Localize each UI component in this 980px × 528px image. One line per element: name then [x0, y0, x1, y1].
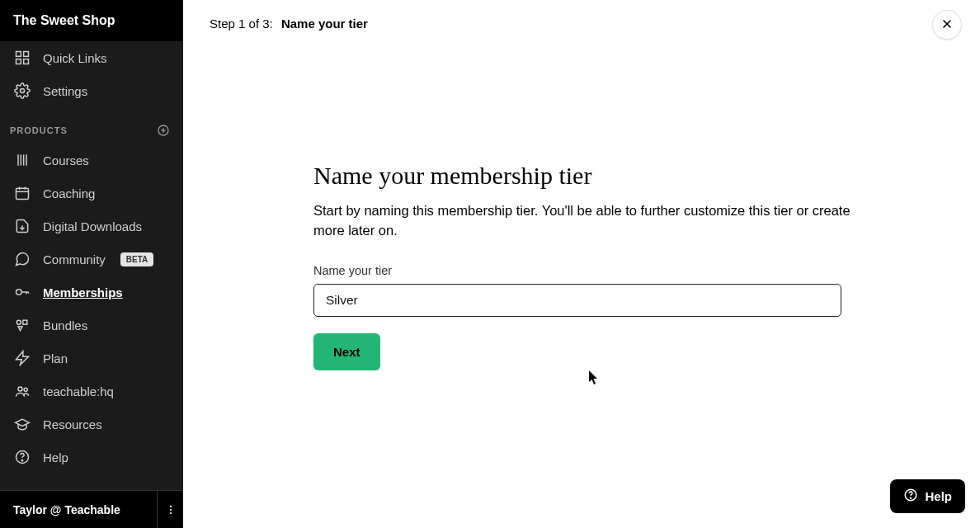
- download-file-icon: [13, 217, 31, 235]
- lines-icon: [13, 151, 31, 169]
- svg-point-4: [21, 89, 25, 93]
- step-indicator: Step 1 of 3: Name your tier: [210, 16, 368, 31]
- svg-rect-22: [23, 320, 27, 324]
- field-label: Name your tier: [313, 264, 860, 277]
- graduation-icon: [13, 415, 31, 433]
- sidebar-item-label: Settings: [43, 84, 87, 98]
- beta-badge: BETA: [120, 252, 153, 266]
- sidebar-products-list: Courses Coaching Digital Downloads: [0, 144, 183, 474]
- help-widget[interactable]: Help: [890, 479, 965, 513]
- sidebar-footer: Taylor @ Teachable: [0, 490, 183, 528]
- close-button[interactable]: [932, 10, 962, 40]
- page-description: Start by naming this membership tier. Yo…: [313, 201, 858, 241]
- calendar-icon: [13, 184, 31, 202]
- sidebar-item-label: Quick Links: [43, 51, 107, 65]
- step-title: Name your tier: [281, 16, 368, 31]
- svg-point-29: [169, 505, 171, 507]
- svg-rect-12: [16, 188, 29, 199]
- step-counter: Step 1 of 3:: [210, 16, 273, 31]
- sidebar: The Sweet Shop Quick Links Settings PRO: [0, 0, 183, 528]
- sidebar-item-coaching[interactable]: Coaching: [0, 177, 183, 210]
- school-title[interactable]: The Sweet Shop: [0, 0, 183, 41]
- footer-menu-button[interactable]: [157, 491, 183, 529]
- sidebar-item-label: Community: [43, 252, 106, 266]
- cursor-icon: [588, 370, 600, 385]
- svg-point-21: [16, 320, 21, 324]
- plus-circle-icon[interactable]: [157, 124, 170, 137]
- sidebar-item-label: Courses: [43, 153, 89, 167]
- gear-icon: [13, 82, 31, 100]
- tier-name-input[interactable]: [313, 284, 841, 317]
- svg-marker-23: [18, 327, 22, 331]
- svg-marker-24: [16, 351, 29, 365]
- svg-point-25: [18, 387, 22, 391]
- sidebar-item-courses[interactable]: Courses: [0, 144, 183, 177]
- sidebar-item-label: teachable:hq: [43, 384, 114, 398]
- svg-point-35: [911, 497, 912, 498]
- sidebar-item-resources[interactable]: Resources: [0, 408, 183, 441]
- help-circle-icon: [903, 488, 918, 505]
- sidebar-scroll[interactable]: Quick Links Settings PRODUCTS: [0, 41, 183, 490]
- sidebar-item-label: Help: [43, 450, 68, 464]
- sidebar-top-list: Quick Links Settings: [0, 41, 183, 107]
- sidebar-item-label: Coaching: [43, 186, 95, 200]
- main-content: Step 1 of 3: Name your tier Name your me…: [183, 0, 980, 528]
- grid-icon: [13, 49, 31, 67]
- bolt-icon: [13, 349, 31, 367]
- sidebar-item-label: Resources: [43, 417, 102, 431]
- svg-point-17: [16, 290, 22, 295]
- sidebar-item-label: Digital Downloads: [43, 219, 142, 233]
- sidebar-item-plan[interactable]: Plan: [0, 342, 183, 375]
- key-icon: [13, 283, 31, 301]
- svg-rect-3: [24, 59, 29, 64]
- next-button[interactable]: Next: [313, 333, 380, 370]
- page-title: Name your membership tier: [313, 162, 860, 190]
- svg-rect-2: [16, 59, 21, 64]
- svg-point-31: [169, 512, 171, 514]
- svg-point-28: [21, 460, 22, 461]
- sidebar-item-settings[interactable]: Settings: [0, 74, 183, 107]
- close-icon: [940, 17, 954, 33]
- sidebar-item-help[interactable]: Help: [0, 441, 183, 474]
- sidebar-item-label: Plan: [43, 351, 68, 365]
- sidebar-item-memberships[interactable]: Memberships: [0, 276, 183, 309]
- shapes-icon: [13, 316, 31, 334]
- sidebar-section-products: PRODUCTS: [0, 107, 183, 144]
- help-label: Help: [925, 489, 952, 503]
- chat-icon: [13, 250, 31, 268]
- sidebar-item-label: Memberships: [43, 285, 123, 299]
- footer-user-name[interactable]: Taylor @ Teachable: [0, 503, 157, 516]
- svg-rect-1: [24, 52, 29, 57]
- svg-point-26: [24, 388, 27, 391]
- form-area: Name your membership tier Start by namin…: [183, 46, 860, 370]
- sidebar-item-bundles[interactable]: Bundles: [0, 309, 183, 342]
- sidebar-item-digital-downloads[interactable]: Digital Downloads: [0, 210, 183, 243]
- help-circle-icon: [13, 448, 31, 466]
- sidebar-item-teachable-hq[interactable]: teachable:hq: [0, 375, 183, 408]
- sidebar-item-label: Bundles: [43, 318, 87, 332]
- wizard-header: Step 1 of 3: Name your tier: [183, 0, 980, 46]
- svg-rect-0: [16, 52, 21, 57]
- people-icon: [13, 382, 31, 400]
- sidebar-item-community[interactable]: Community BETA: [0, 243, 183, 276]
- sidebar-item-quick-links[interactable]: Quick Links: [0, 41, 183, 74]
- svg-point-30: [169, 508, 171, 510]
- section-label: PRODUCTS: [10, 125, 68, 135]
